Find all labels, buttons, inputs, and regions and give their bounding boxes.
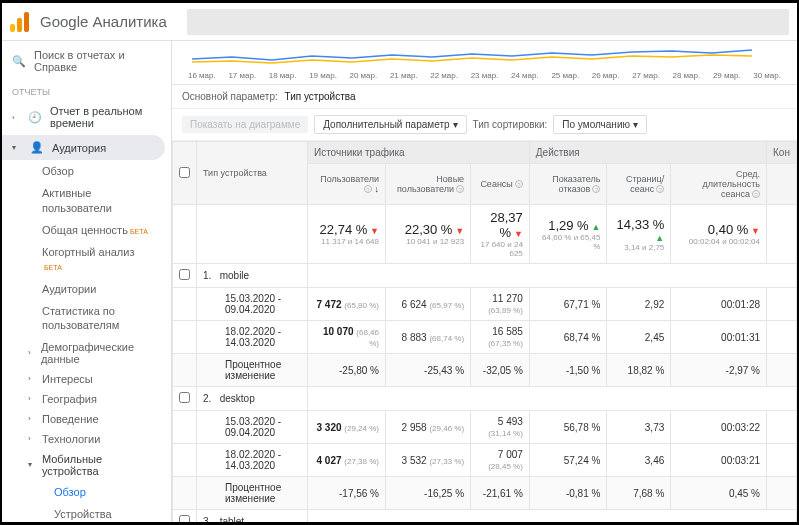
search-icon: 🔍 (12, 55, 26, 68)
col-users[interactable]: Пользователи? ↓ (307, 164, 385, 205)
col-sessions[interactable]: Сеансы? (471, 164, 530, 205)
chevron-down-icon: ▾ (453, 119, 458, 130)
person-icon: 👤 (30, 141, 44, 154)
colgroup-traffic: Источники трафика (307, 142, 529, 164)
nav-mobile-overview[interactable]: Обзор (2, 481, 171, 503)
data-table: Тип устройства Источники трафика Действи… (172, 141, 797, 522)
col-conv-empty (767, 164, 797, 205)
nav-tech[interactable]: ›Технологии (2, 429, 171, 449)
nav-demographic[interactable]: ›Демографические данные (2, 337, 171, 369)
primary-param-label: Основной параметр: (182, 91, 278, 102)
controls-row: Показать на диаграмме Дополнительный пар… (172, 109, 797, 141)
nav-realtime[interactable]: › 🕘 Отчет в реальном времени (2, 99, 171, 135)
sidebar: 🔍 Поиск в отчетах и Справке ОТЧЕТЫ › 🕘 О… (2, 41, 172, 522)
select-all-checkbox[interactable] (173, 142, 197, 205)
pct-change-row: Процентное изменение -17,56 %-16,25 %-21… (173, 477, 797, 510)
primary-param-row: Основной параметр: Тип устройства (172, 85, 797, 109)
col-new-users[interactable]: Новые пользователи? (386, 164, 471, 205)
nav-geo[interactable]: ›География (2, 389, 171, 409)
col-pages-session[interactable]: Страниц/сеанс? (607, 164, 671, 205)
nav-overview[interactable]: Обзор (2, 160, 171, 182)
search-row[interactable]: 🔍 Поиск в отчетах и Справке (2, 41, 171, 81)
nav-audiences[interactable]: Аудитории (2, 278, 171, 300)
colgroup-actions: Действия (529, 142, 766, 164)
chart-ticks: 16 мар.17 мар.18 мар.19 мар.20 мар.21 ма… (172, 71, 797, 80)
col-bounce[interactable]: Показатель отказов? (529, 164, 607, 205)
nav-realtime-label: Отчет в реальном времени (50, 105, 161, 129)
extra-param-dropdown[interactable]: Дополнительный параметр ▾ (314, 115, 466, 134)
row-checkbox[interactable] (179, 392, 190, 403)
chart-line-icon (192, 47, 752, 67)
table-row[interactable]: 3. tablet (173, 510, 797, 523)
nav-audience[interactable]: ▾ 👤 Аудитория (2, 135, 165, 160)
search-placeholder: Поиск в отчетах и Справке (34, 49, 161, 73)
primary-param-value[interactable]: Тип устройства (285, 91, 356, 102)
nav-mobile[interactable]: ▾Мобильные устройства (2, 449, 171, 481)
period-row: 15.03.2020 - 09.04.2020 7 472 (65,80 %) … (173, 288, 797, 321)
chevron-down-icon: ▾ (12, 143, 22, 152)
nav-interests[interactable]: ›Интересы (2, 369, 171, 389)
period-row: 18.02.2020 - 14.03.2020 10 070 (68,46 %)… (173, 321, 797, 354)
row-checkbox[interactable] (179, 269, 190, 280)
chevron-down-icon: ▾ (633, 119, 638, 130)
col-avg-duration[interactable]: Сред. длительность сеанса? (671, 164, 767, 205)
reports-label: ОТЧЕТЫ (2, 81, 171, 99)
table-row[interactable]: 2. desktop (173, 387, 797, 411)
sort-dropdown[interactable]: По умолчанию ▾ (553, 115, 647, 134)
colgroup-conversions: Кон (767, 142, 797, 164)
main-content: 16 мар.17 мар.18 мар.19 мар.20 мар.21 ма… (172, 41, 797, 522)
nav-behavior[interactable]: ›Поведение (2, 409, 171, 429)
nav-user-stats[interactable]: Статистика по пользователям (2, 300, 171, 337)
col-device-type[interactable]: Тип устройства (197, 142, 308, 205)
nav-audience-label: Аудитория (52, 142, 106, 154)
chart-area: 16 мар.17 мар.18 мар.19 мар.20 мар.21 ма… (172, 41, 797, 85)
ga-logo-icon (10, 12, 30, 32)
chevron-right-icon: › (12, 113, 20, 122)
row-checkbox[interactable] (179, 515, 190, 522)
summary-row: 22,74 % ▼11 317 и 14 648 22,30 % ▼10 041… (173, 205, 797, 264)
nav-active-users[interactable]: Активные пользователи (2, 182, 171, 219)
sort-label: Тип сортировки: (473, 119, 548, 130)
header-placeholder (187, 9, 789, 35)
period-row: 15.03.2020 - 09.04.2020 3 320 (29,24 %) … (173, 411, 797, 444)
period-row: 18.02.2020 - 14.03.2020 4 027 (27,38 %) … (173, 444, 797, 477)
pct-change-row: Процентное изменение -25,80 %-25,43 %-32… (173, 354, 797, 387)
app-title: Google Аналитика (40, 13, 167, 30)
nav-devices[interactable]: Устройства (2, 503, 171, 522)
nav-total-value[interactable]: Общая ценностьБЕТА (2, 219, 171, 241)
show-diagram-button: Показать на диаграмме (182, 116, 308, 133)
table-row[interactable]: 1. mobile (173, 264, 797, 288)
app-header: Google Аналитика (2, 3, 797, 41)
clock-icon: 🕘 (28, 111, 42, 124)
nav-cohort[interactable]: Когортный анализБЕТА (2, 241, 171, 278)
